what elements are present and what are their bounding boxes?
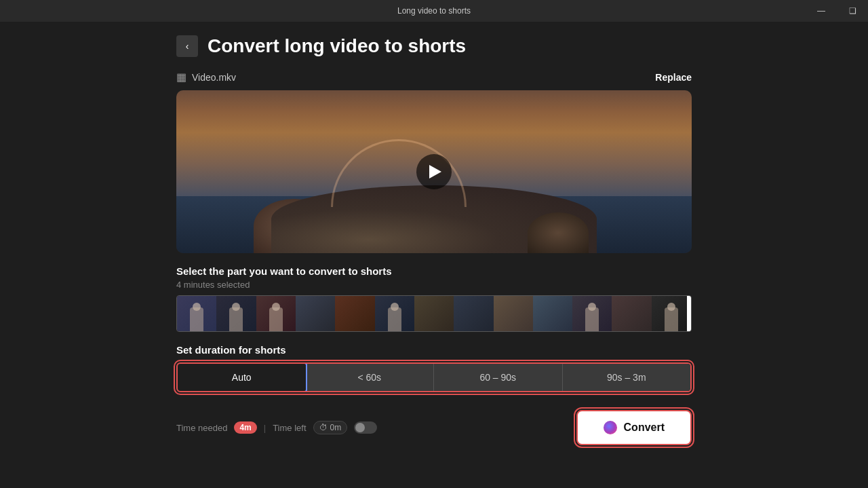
thumb-7	[414, 296, 454, 331]
thumb-10	[533, 296, 572, 331]
thumb-12	[612, 296, 651, 331]
thumb-11	[572, 296, 612, 331]
file-name-group: ▦ Video.mkv	[176, 71, 236, 83]
minimize-button[interactable]: —	[806, 0, 837, 22]
convert-label: Convert	[624, 421, 665, 434]
thumbnail-strip[interactable]	[176, 295, 692, 332]
rock-right	[528, 212, 589, 253]
toggle-knob	[355, 423, 365, 432]
back-button[interactable]: ‹	[176, 35, 198, 57]
bottom-bar: Time needed 4m | Time left ⏱ 0m Convert	[176, 402, 692, 453]
thumb-3	[256, 296, 296, 331]
duration-60s-button[interactable]: < 60s	[306, 364, 435, 391]
thumb-person-13	[665, 307, 678, 331]
file-row: ▦ Video.mkv Replace	[176, 71, 692, 83]
thumb-person-11	[585, 307, 599, 331]
convert-icon	[604, 421, 617, 434]
thumb-8	[454, 296, 493, 331]
thumb-1	[177, 296, 216, 331]
time-left-value: 0m	[330, 423, 342, 432]
strip-handle[interactable]	[687, 296, 691, 331]
play-icon	[429, 165, 441, 179]
duration-60-90s-button[interactable]: 60 – 90s	[434, 364, 563, 391]
content-wrapper: ‹ Convert long video to shorts ▦ Video.m…	[176, 35, 692, 453]
time-needed-badge: 4m	[234, 421, 256, 434]
thumb-6	[375, 296, 414, 331]
page-title: Convert long video to shorts	[208, 35, 466, 57]
film-icon: ▦	[176, 71, 186, 83]
duration-label: Set duration for shorts	[176, 344, 692, 356]
header: ‹ Convert long video to shorts	[176, 35, 692, 57]
thumb-13	[652, 296, 691, 331]
duration-buttons: Auto < 60s 60 – 90s 90s – 3m	[176, 362, 692, 392]
thumb-2	[216, 296, 256, 331]
time-left-icon: ⏱	[319, 423, 328, 432]
video-preview	[176, 90, 692, 253]
time-needed-label: Time needed	[176, 423, 227, 433]
time-info: Time needed 4m | Time left ⏱ 0m	[176, 421, 377, 434]
file-name-label: Video.mkv	[192, 72, 236, 83]
maximize-button[interactable]: ❑	[837, 0, 868, 22]
thumb-person-6	[388, 307, 401, 331]
thumb-person-1	[190, 307, 203, 331]
play-button[interactable]	[416, 154, 452, 189]
thumb-person-2	[229, 307, 243, 331]
timeline-sub-label: 4 minutes selected	[176, 280, 692, 290]
time-left-label: Time left	[273, 423, 306, 433]
thumb-person-3	[269, 307, 283, 331]
main-content: ‹ Convert long video to shorts ▦ Video.m…	[0, 22, 868, 488]
titlebar-controls: — ❑	[806, 0, 868, 22]
time-left-toggle[interactable]	[354, 421, 377, 434]
separator: |	[264, 423, 266, 433]
timeline-section-label: Select the part you want to convert to s…	[176, 265, 692, 277]
thumb-9	[494, 296, 533, 331]
convert-button[interactable]: Convert	[576, 410, 692, 445]
time-left-badge: ⏱ 0m	[313, 421, 348, 434]
titlebar: Long video to shorts — ❑	[0, 0, 868, 22]
thumb-5	[335, 296, 374, 331]
replace-button[interactable]: Replace	[655, 72, 692, 83]
titlebar-title: Long video to shorts	[397, 6, 471, 16]
thumb-4	[296, 296, 335, 331]
duration-section: Set duration for shorts Auto < 60s 60 – …	[176, 344, 692, 392]
duration-90s-3m-button[interactable]: 90s – 3m	[563, 364, 691, 391]
duration-auto-button[interactable]: Auto	[176, 362, 307, 392]
